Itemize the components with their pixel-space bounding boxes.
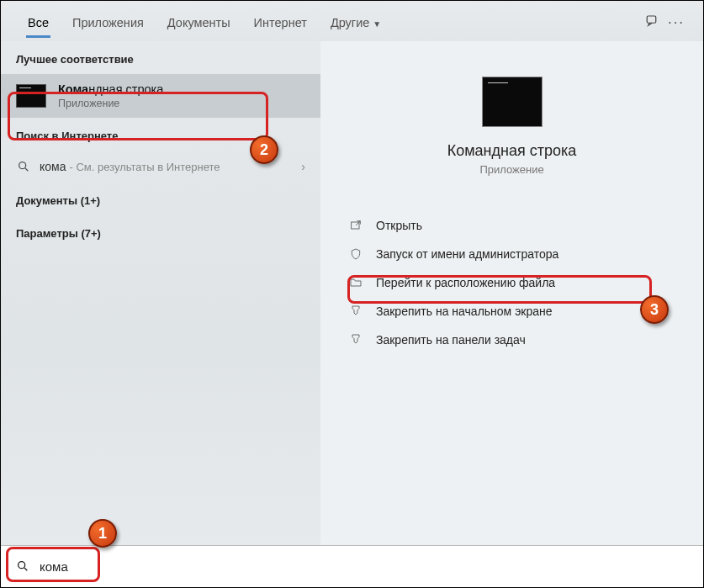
chevron-down-icon: ▼	[373, 19, 381, 29]
tab-apps[interactable]: Приложения	[61, 8, 156, 38]
best-match-item[interactable]: Командная строка Приложение	[1, 74, 320, 118]
web-search-query: кома	[40, 160, 66, 173]
svg-rect-0	[647, 16, 656, 23]
chevron-right-icon: ›	[301, 160, 305, 173]
svg-line-5	[24, 568, 27, 570]
web-search-hint: - См. результаты в Интернете	[69, 161, 220, 173]
action-pin-taskbar[interactable]: Закрепить на панели задач	[336, 326, 688, 354]
parameters-header[interactable]: Параметры (7+)	[1, 215, 320, 248]
shield-icon	[347, 247, 364, 261]
search-icon	[16, 559, 31, 575]
best-match-subtitle: Приложение	[58, 98, 163, 109]
action-pin-taskbar-label: Закрепить на панели задач	[376, 333, 526, 347]
open-icon	[347, 219, 364, 232]
action-open-location[interactable]: Перейти к расположению файла	[336, 268, 688, 297]
action-location-label: Перейти к расположению файла	[376, 276, 555, 289]
preview-app-icon	[482, 77, 543, 127]
preview-actions: Открыть Запуск от имени администратора П…	[320, 211, 703, 354]
feedback-icon[interactable]	[641, 13, 664, 33]
tab-web[interactable]: Интернет	[242, 8, 319, 38]
action-pin-start-label: Закрепить на начальном экране	[376, 305, 553, 318]
pin-taskbar-icon	[347, 333, 364, 347]
action-run-as-admin[interactable]: Запуск от имени администратора	[336, 240, 688, 268]
preview-panel: Командная строка Приложение Открыть Запу…	[320, 41, 703, 546]
search-tabs: Все Приложения Документы Интернет Другие…	[1, 1, 703, 41]
svg-point-1	[19, 162, 26, 169]
web-search-item[interactable]: кома - См. результаты в Интернете ›	[1, 151, 320, 183]
action-admin-label: Запуск от имени администратора	[376, 247, 558, 261]
web-results-header: Поиск в Интернете	[1, 118, 320, 151]
action-open-label: Открыть	[376, 219, 422, 232]
tab-all[interactable]: Все	[16, 8, 61, 38]
search-input[interactable]	[40, 559, 688, 574]
search-bar[interactable]	[1, 545, 703, 587]
svg-point-4	[19, 561, 25, 568]
tab-docs[interactable]: Документы	[156, 8, 242, 38]
more-options-icon[interactable]: ···	[664, 14, 688, 31]
svg-line-2	[25, 168, 28, 171]
best-match-header: Лучшее соответствие	[1, 41, 320, 74]
search-icon	[16, 159, 31, 174]
preview-subtitle: Приложение	[354, 163, 670, 176]
pin-start-icon	[347, 305, 364, 318]
results-panel: Лучшее соответствие Командная строка При…	[1, 41, 320, 546]
action-open[interactable]: Открыть	[336, 211, 688, 240]
documents-header[interactable]: Документы (1+)	[1, 183, 320, 215]
action-pin-start[interactable]: Закрепить на начальном экране	[336, 297, 688, 326]
cmd-thumb-icon	[16, 84, 46, 108]
tab-more[interactable]: Другие▼	[319, 8, 393, 38]
best-match-title: Командная строка	[58, 82, 163, 96]
folder-icon	[347, 276, 364, 289]
preview-title: Командная строка	[354, 142, 670, 160]
